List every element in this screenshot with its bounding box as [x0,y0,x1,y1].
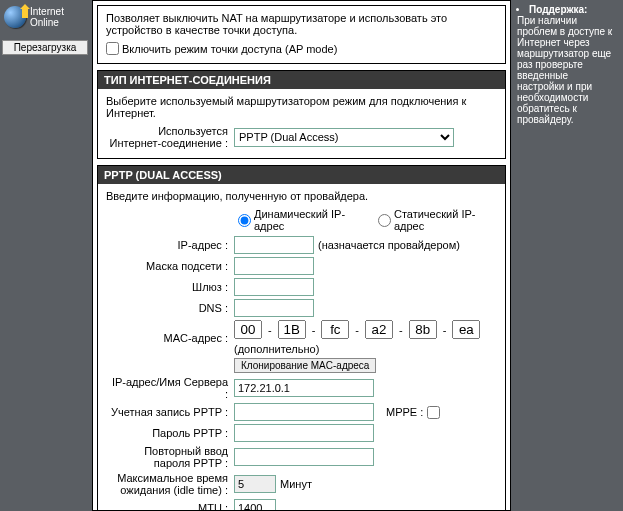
gw-input[interactable] [234,278,314,296]
ap-mode-input[interactable] [106,42,119,55]
mtu-input[interactable] [234,499,276,511]
server-input[interactable] [234,379,374,397]
main-panel: Позволяет выключить NAT на маршрутизатор… [92,0,511,511]
pptp-desc: Введите информацию, полученную от провай… [106,190,497,202]
help-panel: Поддержка: При наличии проблем в доступе… [511,0,623,511]
mac-4[interactable] [409,320,437,339]
conn-label: Используется Интернет-соединение : [106,125,234,149]
mppe-checkbox[interactable] [427,406,440,419]
ip-input[interactable] [234,236,314,254]
mask-input[interactable] [234,257,314,275]
dns-input[interactable] [234,299,314,317]
reboot-button[interactable]: Перезагрузка [2,40,88,55]
connection-type-box: Тип Интернет-соединения Выберите использ… [97,70,506,159]
help-text: При наличии проблем в доступе к Интернет… [517,15,617,125]
ap-desc: Позволяет выключить NAT на маршрутизатор… [106,12,497,36]
conn-header: Тип Интернет-соединения [98,71,505,89]
mac-1[interactable] [278,320,306,339]
pptp-box: PPTP (Dual Access) Введите информацию, п… [97,165,506,511]
pass-input[interactable] [234,424,374,442]
pass2-input[interactable] [234,448,374,466]
ap-mode-checkbox[interactable]: Включить режим точки доступа (AP mode) [106,42,337,55]
user-input[interactable] [234,403,374,421]
radio-static[interactable]: Статический IP-адрес [378,208,497,232]
clone-mac-button[interactable]: Клонирование MAC-адреса [234,358,376,373]
status-line1: Internet [30,6,64,17]
globe-icon [4,6,26,28]
conn-select[interactable]: PPTP (Dual Access) [234,128,454,147]
conn-desc: Выберите используемый маршрутизатором ре… [106,95,497,119]
help-title: Поддержка: [529,4,587,15]
pptp-header: PPTP (Dual Access) [98,166,505,184]
radio-dynamic[interactable]: Динамический IP-адрес [238,208,366,232]
mac-5[interactable] [452,320,480,339]
internet-status: Internet Online [2,4,90,30]
left-panel: Internet Online Перезагрузка [0,0,92,511]
status-line2: Online [30,17,64,28]
ap-mode-box: Позволяет выключить NAT на маршрутизатор… [97,5,506,64]
mac-0[interactable] [234,320,262,339]
mac-2[interactable] [321,320,349,339]
mac-3[interactable] [365,320,393,339]
idle-input[interactable] [234,475,276,493]
